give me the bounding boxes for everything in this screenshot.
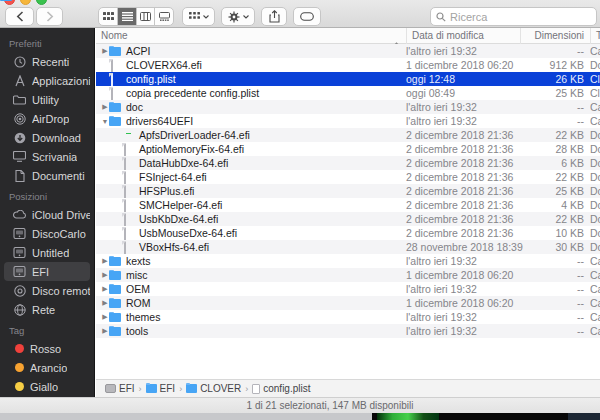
chevron-down-icon: [243, 15, 249, 19]
date-cell: l'altro ieri 19:32: [406, 100, 477, 114]
sidebar-item-applicazioni[interactable]: Applicazioni: [4, 71, 90, 90]
disclosure-triangle-icon[interactable]: ▶: [101, 299, 109, 307]
table-row[interactable]: ▶toolsl'altro ieri 19:32--Ca: [96, 324, 600, 338]
sidebar-item-recenti[interactable]: Recenti: [4, 52, 90, 71]
table-row[interactable]: SMCHelper-64.efi2 dicembre 2018 21:364 K…: [96, 198, 600, 212]
desktop-strip: [0, 413, 600, 420]
view-icons-button[interactable]: [99, 8, 117, 25]
path-item-config-plist[interactable]: config.plist: [252, 383, 310, 394]
disk-icon: [13, 265, 26, 278]
table-row[interactable]: CLOVERX64.efi1 dicembre 2018 06:20912 KB…: [96, 58, 600, 72]
sidebar-item-verde[interactable]: Verde: [4, 396, 90, 397]
back-button[interactable]: [5, 7, 34, 26]
table-row[interactable]: VBoxHfs-64.efi28 novembre 2018 18:3930 K…: [96, 240, 600, 254]
sidebar-item-discocarlo[interactable]: DiscoCarlo: [4, 224, 90, 243]
table-row[interactable]: ▶themesl'altro ieri 19:32--Ca: [96, 310, 600, 324]
file-name: AptioMemoryFix-64.efi: [139, 143, 244, 155]
disclosure-triangle-icon[interactable]: ▶: [101, 47, 109, 55]
date-cell: 2 dicembre 2018 21:36: [406, 128, 513, 142]
sidebar-item-utility[interactable]: Utility: [4, 90, 90, 109]
table-row[interactable]: DataHubDxe-64.efi2 dicembre 2018 21:366 …: [96, 156, 600, 170]
sidebar-item-arancio[interactable]: Arancio: [4, 358, 90, 377]
sidebar-section-tag: Tag: [0, 319, 94, 339]
disclosure-triangle-icon[interactable]: ▼: [101, 118, 109, 125]
type-cell: Do: [590, 212, 600, 226]
sidebar-item-giallo[interactable]: Giallo: [4, 377, 90, 396]
file-name: kexts: [126, 255, 151, 267]
sidebar-item-label: DiscoCarlo: [32, 228, 86, 240]
date-cell: l'altro ieri 19:32: [406, 254, 477, 268]
sidebar-item-scrivania[interactable]: Scrivania: [4, 147, 90, 166]
path-item-efi[interactable]: EFI: [146, 383, 176, 394]
table-row[interactable]: ▼drivers64UEFIl'altro ieri 19:32--Ca: [96, 114, 600, 128]
share-button[interactable]: [261, 7, 287, 26]
table-row[interactable]: ▶ROM1 dicembre 2018 06:20--Ca: [96, 296, 600, 310]
sidebar-item-efi[interactable]: EFI: [4, 262, 90, 281]
path-item-efi[interactable]: EFI: [105, 383, 135, 394]
file-name-cell: ▶themes: [96, 310, 404, 324]
table-row[interactable]: config.plistoggi 12:4826 KBCl: [96, 72, 600, 86]
table-row[interactable]: HFSPlus.efi2 dicembre 2018 21:3625 KBDo: [96, 184, 600, 198]
sidebar-item-icloud-drive[interactable]: iCloud Drive: [4, 205, 90, 224]
sidebar-item-rete[interactable]: Rete: [4, 300, 90, 319]
column-header-type[interactable]: Ti: [590, 28, 600, 44]
table-row[interactable]: ApfsDriverLoader-64.efi2 dicembre 2018 2…: [96, 128, 600, 142]
file-name-cell: CLOVERX64.efi: [96, 58, 404, 72]
sidebar-item-disco-remoto[interactable]: Disco remoto: [4, 281, 90, 300]
action-menu-button[interactable]: [221, 7, 255, 26]
table-row[interactable]: ▶misc1 dicembre 2018 06:20--Ca: [96, 268, 600, 282]
size-cell: 22 KB: [520, 170, 584, 184]
search-field[interactable]: [430, 7, 597, 26]
table-row[interactable]: ▶ACPIl'altro ieri 19:32--Ca: [96, 44, 600, 58]
desktop-dark-area: [372, 413, 600, 420]
disclosure-triangle-icon[interactable]: ▶: [101, 257, 109, 265]
date-cell: oggi 12:48: [406, 72, 455, 86]
sidebar-item-documenti[interactable]: Documenti: [4, 166, 90, 185]
download-icon: [13, 131, 26, 144]
file-name: VBoxHfs-64.efi: [139, 241, 209, 253]
folder-icon: [109, 256, 122, 267]
size-cell: 22 KB: [520, 212, 584, 226]
finder-window: CLOVER: [0, 0, 600, 420]
forward-button[interactable]: [36, 7, 63, 26]
size-cell: --: [520, 324, 584, 338]
table-row[interactable]: ▶OEMl'altro ieri 19:32--Ca: [96, 282, 600, 296]
size-cell: 6 KB: [520, 156, 584, 170]
table-row[interactable]: ▶kextsl'altro ieri 19:32--Ca: [96, 254, 600, 268]
date-cell: l'altro ieri 19:32: [406, 310, 477, 324]
size-cell: 10 KB: [520, 226, 584, 240]
path-item-clover[interactable]: CLOVER: [186, 383, 241, 394]
size-cell: --: [520, 254, 584, 268]
tag-button[interactable]: [293, 7, 321, 26]
sidebar-item-untitled[interactable]: Untitled: [4, 243, 90, 262]
disclosure-triangle-icon[interactable]: ▶: [101, 313, 109, 321]
disclosure-triangle-icon[interactable]: ▶: [101, 327, 109, 335]
folder-icon: [109, 46, 122, 57]
table-row[interactable]: ▶docl'altro ieri 19:32--Ca: [96, 100, 600, 114]
view-columns-button[interactable]: [136, 8, 155, 25]
table-row[interactable]: UsbMouseDxe-64.efi2 dicembre 2018 21:361…: [96, 226, 600, 240]
table-row[interactable]: copia precedente config.plistoggi 08:492…: [96, 86, 600, 100]
file-name-cell: ▶tools: [96, 324, 404, 338]
view-list-button[interactable]: [117, 8, 136, 25]
group-by-button[interactable]: [182, 7, 215, 26]
type-cell: Do: [590, 226, 600, 240]
column-header-date[interactable]: Data di modifica: [406, 28, 484, 44]
sidebar-item-airdrop[interactable]: AirDrop: [4, 109, 90, 128]
table-row[interactable]: UsbKbDxe-64.efi2 dicembre 2018 21:3622 K…: [96, 212, 600, 226]
column-header-size[interactable]: Dimensioni: [520, 28, 584, 44]
disclosure-triangle-icon[interactable]: ▶: [101, 285, 109, 293]
disclosure-triangle-icon[interactable]: ▶: [101, 271, 109, 279]
sidebar-item-download[interactable]: Download: [4, 128, 90, 147]
view-gallery-button[interactable]: [154, 8, 173, 25]
file-name: ApfsDriverLoader-64.efi: [139, 129, 250, 141]
file-name: DataHubDxe-64.efi: [139, 157, 228, 169]
clock-icon: [13, 55, 26, 68]
type-cell: Do: [590, 128, 600, 142]
column-header-name[interactable]: Nome: [101, 28, 128, 44]
search-input[interactable]: [450, 11, 591, 23]
table-row[interactable]: AptioMemoryFix-64.efi2 dicembre 2018 21:…: [96, 142, 600, 156]
sidebar-item-rosso[interactable]: Rosso: [4, 339, 90, 358]
table-row[interactable]: FSInject-64.efi2 dicembre 2018 21:3622 K…: [96, 170, 600, 184]
disclosure-triangle-icon[interactable]: ▶: [101, 103, 109, 111]
